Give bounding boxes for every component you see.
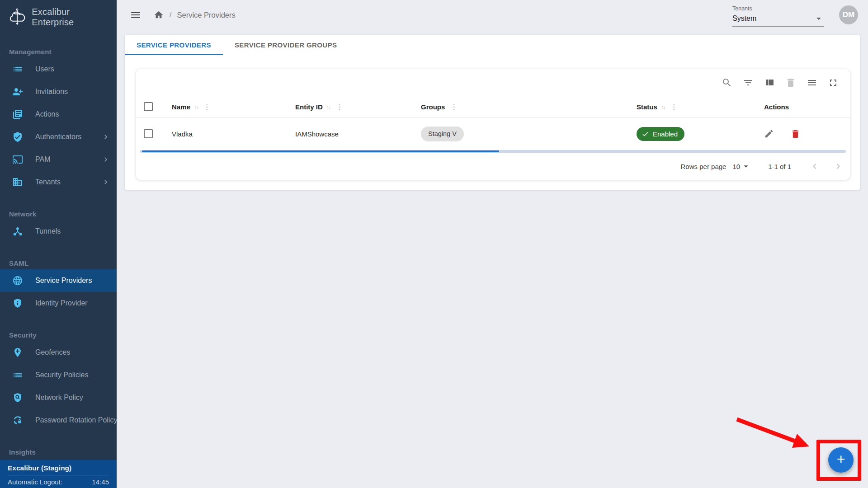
sidebar-item-label: Password Rotation Policy — [35, 416, 117, 424]
app-logo-row: Excalibur Enterprise — [0, 0, 117, 34]
hamburger-menu-icon[interactable] — [130, 9, 142, 21]
status-badge-label: Enabled — [653, 130, 678, 138]
table-pagination: Rows per page 10 1-1 of 1 — [136, 153, 850, 179]
topbar: / Service Providers Tenants System DM — [117, 0, 868, 30]
auto-logout-label: Automatic Logout: — [8, 478, 62, 486]
tab-service-providers[interactable]: SERVICE PROVIDERS — [125, 35, 223, 55]
column-menu-icon[interactable]: ⋮ — [336, 103, 343, 111]
sidebar-item-label: PAM — [35, 155, 50, 164]
sidebar-item-authenticators[interactable]: Authenticators — [0, 126, 117, 148]
sidebar-item-invitations[interactable]: Invitations — [0, 80, 117, 103]
sidebar: Excalibur Enterprise Management Users In… — [0, 0, 117, 488]
previous-page-button[interactable] — [809, 161, 820, 172]
nav-section-network: Network — [0, 208, 117, 220]
tenant-select-value: System — [732, 14, 756, 23]
sort-icon[interactable]: ↑↓ — [326, 103, 330, 110]
plus-icon: + — [837, 451, 845, 468]
shield-search-icon — [12, 392, 23, 403]
shield-info-icon — [12, 298, 23, 309]
sidebar-item-label: Tenants — [35, 178, 61, 186]
horizontal-scrollbar[interactable] — [140, 150, 846, 153]
sidebar-item-actions[interactable]: Actions — [0, 103, 117, 126]
home-icon[interactable] — [154, 10, 164, 20]
sidebar-item-security-policies[interactable]: Security Policies — [0, 364, 117, 386]
article-icon — [12, 109, 23, 120]
chevron-right-icon — [101, 178, 110, 187]
column-menu-icon[interactable]: ⋮ — [450, 103, 458, 111]
table-header-row: Name ↑↓ ⋮ Entity ID ↑↓ ⋮ Groups ⋮ Status… — [136, 96, 850, 117]
delete-row-button[interactable] — [790, 129, 801, 139]
sidebar-item-label: Service Providers — [35, 277, 92, 285]
table-row: Vladka IAMShowcase Staging V Enabled — [136, 117, 850, 150]
column-header-status: Status — [637, 103, 657, 111]
tenant-select-label: Tenants — [732, 5, 824, 12]
status-badge: Enabled — [637, 127, 684, 141]
rotate-lock-icon — [12, 415, 23, 426]
column-header-groups: Groups — [421, 103, 445, 111]
nav-section-management: Management — [0, 46, 117, 58]
column-header-actions: Actions — [764, 103, 789, 111]
sidebar-item-service-providers[interactable]: Service Providers — [0, 269, 117, 292]
cell-entity-id: IAMShowcase — [295, 130, 339, 138]
row-checkbox[interactable] — [144, 129, 153, 138]
location-pin-plus-icon — [12, 347, 23, 358]
rows-per-page-label: Rows per page — [681, 163, 726, 170]
delete-icon[interactable] — [785, 77, 796, 88]
sidebar-item-password-rotation-policy[interactable]: Password Rotation Policy — [0, 409, 117, 432]
sidebar-item-users[interactable]: Users — [0, 58, 117, 80]
fullscreen-icon[interactable] — [828, 77, 839, 88]
person-add-icon — [12, 86, 23, 97]
content-card: SERVICE PROVIDERS SERVICE PROVIDER GROUP… — [125, 35, 860, 190]
sidebar-item-label: Network Policy — [35, 394, 83, 402]
nav-section-saml: SAML — [0, 258, 117, 269]
tab-service-provider-groups[interactable]: SERVICE PROVIDER GROUPS — [223, 35, 349, 55]
breadcrumb-current: Service Providers — [177, 11, 235, 19]
sidebar-item-label: Actions — [35, 110, 59, 118]
sidebar-item-label: Geofences — [35, 348, 70, 357]
main-area: / Service Providers Tenants System DM SE… — [117, 0, 868, 488]
column-header-entity-id: Entity ID — [295, 103, 323, 111]
sidebar-item-label: Security Policies — [35, 371, 88, 379]
sort-icon[interactable]: ↑↓ — [661, 103, 665, 110]
user-avatar[interactable]: DM — [839, 5, 858, 24]
check-icon — [642, 130, 649, 138]
sidebar-item-tenants[interactable]: Tenants — [0, 171, 117, 193]
auto-logout-timer: 14:45 — [92, 478, 109, 486]
scrollbar-thumb[interactable] — [142, 150, 499, 152]
screen-cast-icon — [12, 154, 23, 165]
sidebar-item-geofences[interactable]: Geofences — [0, 341, 117, 364]
grid-toolbar — [136, 69, 850, 96]
column-menu-icon[interactable]: ⋮ — [203, 103, 211, 111]
edit-row-button[interactable] — [764, 129, 774, 139]
next-page-button[interactable] — [833, 161, 844, 172]
globe-icon — [12, 275, 23, 286]
add-service-provider-fab[interactable]: + — [828, 447, 854, 473]
network-hub-icon — [12, 226, 23, 237]
sidebar-item-tunnels[interactable]: Tunnels — [0, 220, 117, 243]
group-chip: Staging V — [421, 127, 464, 141]
sidebar-item-pam[interactable]: PAM — [0, 148, 117, 171]
rows-per-page-value[interactable]: 10 — [732, 163, 740, 170]
sidebar-item-label: Tunnels — [35, 227, 61, 235]
caret-down-icon — [813, 13, 824, 24]
tenant-select[interactable]: Tenants System — [732, 5, 824, 27]
environment-label: Excalibur (Staging) — [0, 460, 117, 475]
column-menu-icon[interactable]: ⋮ — [670, 103, 678, 111]
sidebar-item-label: Identity Provider — [35, 299, 88, 307]
chevron-right-icon — [101, 132, 110, 141]
tab-bar: SERVICE PROVIDERS SERVICE PROVIDER GROUP… — [125, 35, 860, 55]
app-title: Excalibur Enterprise — [32, 7, 111, 28]
sidebar-item-label: Invitations — [35, 88, 68, 96]
nav-section-insights: Insights — [0, 446, 117, 458]
search-icon[interactable] — [722, 77, 732, 88]
columns-icon[interactable] — [764, 77, 775, 88]
select-all-checkbox[interactable] — [144, 102, 153, 111]
filter-icon[interactable] — [743, 77, 754, 88]
sidebar-item-network-policy[interactable]: Network Policy — [0, 386, 117, 409]
sidebar-item-identity-provider[interactable]: Identity Provider — [0, 292, 117, 314]
cell-name: Vladka — [172, 130, 193, 138]
caret-down-icon[interactable] — [741, 161, 751, 171]
chevron-right-icon — [101, 155, 110, 164]
density-icon[interactable] — [807, 77, 817, 88]
sort-icon[interactable]: ↑↓ — [194, 103, 198, 110]
